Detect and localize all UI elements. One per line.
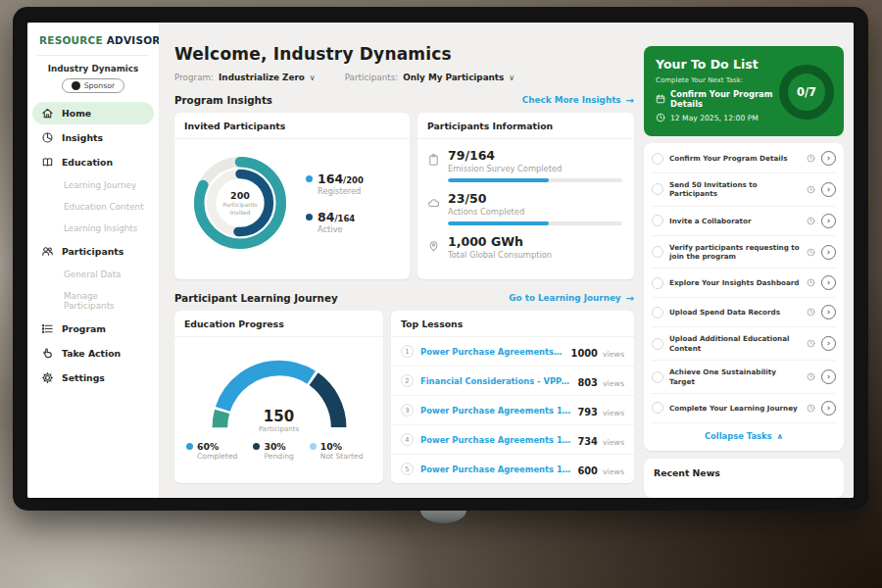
registered-dot bbox=[306, 175, 313, 182]
task-checkbox[interactable] bbox=[652, 153, 663, 165]
card-title: Participants Information bbox=[417, 113, 634, 139]
sponsor-badge[interactable]: Sponsor bbox=[62, 78, 125, 93]
donut-legend: 164/200 Registered 84/164 Active bbox=[306, 172, 364, 234]
task-go-button[interactable]: › bbox=[821, 214, 836, 228]
task-checkbox[interactable] bbox=[652, 183, 663, 195]
invited-participants-donut-chart: 200 Participants Invited bbox=[184, 147, 296, 259]
go-to-learning-journey-link[interactable]: Go to Learning Journey bbox=[509, 293, 634, 304]
lesson-row: 3 Power Purchase Agreements 101 793 view… bbox=[391, 396, 634, 425]
sidebar-item-settings[interactable]: Settings bbox=[32, 367, 154, 389]
task-checkbox[interactable] bbox=[652, 307, 663, 318]
lesson-link[interactable]: Power Purchase Agreements 103 bbox=[420, 465, 570, 474]
task-row: Upload Additional Educational Content › bbox=[652, 327, 836, 361]
chevron-down-icon bbox=[310, 74, 316, 82]
actions-completed-progress-bar bbox=[448, 221, 622, 225]
lesson-link[interactable]: Power Purchase Agreements 101 bbox=[420, 347, 564, 357]
task-row: Achieve One Sustainability Target › bbox=[652, 361, 836, 394]
chevron-up-icon bbox=[777, 431, 784, 441]
task-row: Upload Spend Data Records › bbox=[652, 298, 836, 327]
sidebar-item-take-action[interactable]: Take Action bbox=[32, 342, 154, 365]
home-icon bbox=[41, 107, 54, 120]
sidebar-item-program[interactable]: Program bbox=[32, 318, 154, 340]
participants-icon bbox=[41, 245, 54, 258]
sidebar-item-home[interactable]: Home bbox=[32, 102, 154, 124]
todo-subtitle: Complete Your Next Task: bbox=[656, 76, 773, 84]
check-more-insights-link[interactable]: Check More Insights bbox=[522, 95, 634, 106]
sidebar-item-general-data[interactable]: General Data bbox=[32, 265, 154, 284]
sponsor-icon bbox=[72, 81, 80, 90]
recent-news-title: Recent News bbox=[654, 467, 834, 478]
sidebar-item-education[interactable]: Education bbox=[32, 151, 154, 173]
task-checkbox[interactable] bbox=[652, 402, 663, 414]
participants-filter-dropdown[interactable]: Participants: Only My Participants bbox=[345, 73, 514, 82]
task-row: Confirm Your Program Details › bbox=[652, 144, 836, 173]
recent-news-card: Recent News bbox=[644, 459, 844, 498]
dashboard-screen: RESOURCE ADVISOR+ Industry Dynamics Spon… bbox=[27, 23, 854, 498]
actions-completed-stat: 23/50 Actions Completed bbox=[427, 191, 622, 225]
arrow-right-icon bbox=[626, 293, 634, 304]
task-row: Explore Your Insights Dashboard › bbox=[652, 269, 836, 298]
lesson-row: 1 Power Purchase Agreements 101 1000 vie… bbox=[391, 337, 634, 367]
clock-icon bbox=[807, 217, 815, 225]
sidebar: RESOURCE ADVISOR+ Industry Dynamics Spon… bbox=[27, 23, 159, 498]
task-go-button[interactable]: › bbox=[821, 182, 836, 197]
education-progress-gauge-chart: 150 Participants bbox=[201, 347, 358, 435]
gauge-total-label: Participants bbox=[201, 425, 358, 433]
registered-legend-item: 164/200 Registered bbox=[306, 172, 364, 196]
active-legend-item: 84/164 Active bbox=[306, 210, 364, 234]
participants-information-card: Participants Information 79/164 Emission… bbox=[417, 113, 634, 279]
task-row: Send 50 Invitations to Participants › bbox=[652, 173, 836, 207]
todo-next-task: Confirm Your Program Details bbox=[670, 89, 773, 109]
todo-progress-ring: 0/7 bbox=[779, 65, 834, 120]
task-go-button[interactable]: › bbox=[821, 245, 836, 260]
arrow-right-icon bbox=[626, 95, 634, 106]
task-checkbox[interactable] bbox=[652, 215, 663, 226]
collapse-tasks-link[interactable]: Collapse Tasks bbox=[652, 423, 836, 450]
task-go-button[interactable]: › bbox=[821, 275, 836, 290]
clock-icon bbox=[807, 154, 815, 163]
clock-icon bbox=[807, 185, 815, 194]
task-checkbox[interactable] bbox=[652, 371, 663, 383]
invited-total-label: Participants Invited bbox=[216, 201, 265, 216]
cloud-icon bbox=[427, 197, 440, 210]
task-row: Complete Your Learning Journey › bbox=[652, 394, 836, 423]
clock-icon bbox=[807, 404, 815, 413]
clock-icon bbox=[807, 308, 815, 317]
task-go-button[interactable]: › bbox=[821, 401, 836, 416]
task-go-button[interactable]: › bbox=[821, 369, 836, 384]
total-consumption-stat: 1,000 GWh Total Global Consumption bbox=[427, 234, 622, 265]
task-go-button[interactable]: › bbox=[821, 305, 836, 319]
sidebar-item-learning-journey[interactable]: Learning Journey bbox=[32, 175, 154, 195]
todo-task-list: Confirm Your Program Details › Send 50 I… bbox=[644, 143, 844, 451]
task-go-button[interactable]: › bbox=[821, 336, 836, 351]
education-progress-card: Education Progress 150 Parti bbox=[174, 311, 383, 483]
sidebar-item-participants[interactable]: Participants bbox=[32, 240, 154, 263]
sidebar-item-education-content[interactable]: Education Content bbox=[32, 197, 154, 217]
invited-participants-card: Invited Participants 200 bbox=[174, 113, 410, 279]
lesson-link[interactable]: Power Purchase Agreements 101 bbox=[420, 406, 570, 416]
sidebar-nav: Home Insights Education Learning Journey… bbox=[27, 102, 159, 389]
page-title: Welcome, Industry Dynamics bbox=[174, 44, 634, 64]
completed-legend-item: 60% Completed bbox=[186, 441, 237, 461]
task-go-button[interactable]: › bbox=[821, 151, 836, 166]
lesson-row: 5 Power Purchase Agreements 103 600 view… bbox=[391, 455, 634, 483]
sidebar-item-learning-insights[interactable]: Learning Insights bbox=[32, 219, 154, 238]
clipboard-icon bbox=[427, 153, 440, 167]
task-checkbox[interactable] bbox=[652, 338, 663, 350]
clock-icon bbox=[807, 278, 815, 287]
invited-total: 200 bbox=[230, 190, 250, 201]
calendar-icon bbox=[656, 94, 665, 104]
lesson-link[interactable]: Financial Considerations - VPPAs bbox=[420, 376, 570, 386]
task-checkbox[interactable] bbox=[652, 246, 663, 258]
org-name: Industry Dynamics bbox=[27, 64, 159, 74]
pin-icon bbox=[427, 239, 440, 253]
lesson-link[interactable]: Power Purchase Agreements 102 bbox=[420, 435, 570, 445]
sidebar-item-insights[interactable]: Insights bbox=[32, 126, 154, 149]
program-insights-title: Program Insights bbox=[174, 94, 272, 106]
top-lessons-card: Top Lessons 1 Power Purchase Agreements … bbox=[391, 311, 634, 483]
program-filter-dropdown[interactable]: Program: Industrialize Zero bbox=[174, 73, 316, 82]
sidebar-item-manage-participants[interactable]: Manage Participants bbox=[32, 286, 154, 316]
gauge-legend: 60% Completed 30% Pending 10% Not Starte… bbox=[184, 435, 373, 465]
lesson-rank: 1 bbox=[401, 345, 414, 358]
task-checkbox[interactable] bbox=[652, 277, 663, 289]
